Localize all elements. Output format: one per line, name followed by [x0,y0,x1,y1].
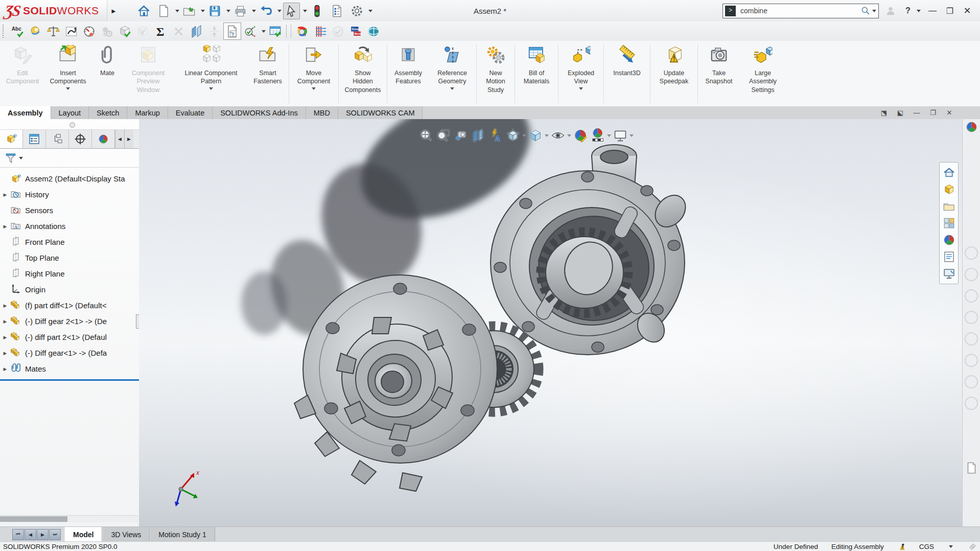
expand-arrow[interactable]: ▶ [0,192,10,197]
task-pane-tab-icon[interactable] [965,332,978,346]
tab-markup[interactable]: Markup [127,106,168,119]
search-dropdown-caret[interactable] [872,10,876,12]
hide-show-items-icon-caret[interactable] [567,134,572,137]
view-orientation-icon-caret[interactable] [522,134,527,137]
task-pane-tab-icon[interactable] [965,397,978,410]
ribbon-linear-component-pattern-caret[interactable] [209,87,213,90]
annotation-view-icon[interactable]: A [487,127,504,144]
expand-arrow[interactable]: ▶ [0,224,10,229]
tree-item-right-plane[interactable]: Right Plane [0,266,139,282]
apply-scene-icon-caret[interactable] [606,134,612,137]
bottom-tab-motion-study-1[interactable]: Motion Study 1 [150,527,215,542]
search-input[interactable] [739,6,860,15]
expand-arrow[interactable]: ▶ [0,303,10,308]
3d-model[interactable] [139,119,980,526]
tab-assembly[interactable]: Assembly [0,106,51,119]
select-icon[interactable] [283,3,300,19]
view-orientation-icon[interactable] [504,127,522,144]
panel-horizontal-scrollbar[interactable] [0,515,138,522]
filter-dropdown-caret[interactable] [19,157,23,159]
ribbon-linear-component-pattern[interactable]: Linear Component Pattern [175,41,247,106]
tree-item-sensors[interactable]: Sensors [0,202,139,218]
featuremanager-tab[interactable] [0,130,23,148]
ribbon-mate[interactable]: Mate [93,41,122,106]
ribbon-large-assembly-settings[interactable]: Large Assembly Settings [739,41,786,106]
prev-tab-icon[interactable]: ◀ [25,529,36,540]
tree-item-top-plane[interactable]: Top Plane [0,250,139,266]
tab-evaluate[interactable]: Evaluate [168,106,213,119]
print-icon-caret[interactable] [252,10,256,12]
performance-gauge-icon[interactable] [80,22,98,40]
rollback-bar[interactable] [0,379,139,381]
tree-item-annotations[interactable]: ▶AAnnotations [0,218,139,234]
tab-solidworks-cam[interactable]: SOLIDWORKS CAM [338,106,423,119]
appearances-globe-icon[interactable] [941,232,957,248]
undo-icon-caret[interactable] [277,10,282,12]
new-document-icon-caret[interactable] [175,10,179,12]
expand-arrow[interactable]: ▶ [0,335,10,340]
save-icon-caret[interactable] [226,10,230,12]
dropdown-caret[interactable] [259,30,266,33]
tag-icon[interactable] [968,542,977,551]
toolbar-grip[interactable] [3,25,6,38]
ribbon-reference-geometry[interactable]: Reference Geometry [429,41,476,106]
minimize-doc-icon[interactable]: — [908,109,925,117]
expand-arrow[interactable]: ▶ [0,319,10,324]
search-box[interactable]: > [722,4,879,18]
spellcheck-icon[interactable]: Abc [9,22,27,40]
verify-box-icon[interactable] [116,22,134,40]
section-view-icon[interactable] [470,127,487,144]
select-icon-caret[interactable] [303,10,307,12]
resources-home-icon[interactable] [941,164,957,181]
tab-solidworks-add-ins[interactable]: SOLIDWORKS Add-Ins [213,106,306,119]
tab-layout[interactable]: Layout [51,106,89,119]
edrawings-sphere-icon[interactable] [365,22,383,40]
ribbon-insert-components[interactable]: Insert Components [43,41,93,106]
logo-flyout-arrow[interactable]: ▶ [111,8,115,14]
ribbon-update-speedpak[interactable]: !Update Speedpak [651,41,697,106]
filter-icon[interactable] [4,151,17,165]
interference-lights-icon[interactable] [309,3,325,19]
units-selector[interactable]: CGS [919,543,934,550]
ribbon-instant3d[interactable]: Instant3D [604,41,649,106]
flow-sim-icon[interactable] [311,22,329,40]
close-doc-icon[interactable]: ✕ [941,109,958,117]
bottom-tab-3d-views[interactable]: 3D Views [102,527,150,542]
display-style-icon-caret[interactable] [544,134,549,137]
appearance-target-icon[interactable] [27,22,44,40]
driveworks-icon[interactable]: DriveWorks [347,22,365,40]
tree-item-diff-part-2-1-defaul[interactable]: ▶(-) diff part 2<1> (Defaul [0,329,139,345]
ribbon-move-component[interactable]: Move Component [290,41,338,106]
task-pane-tab-icon[interactable] [965,375,978,388]
close-icon[interactable]: ✕ [959,3,976,18]
tree-item-diff-gear-1-defa[interactable]: ▶(-) Diff gear<1> -> (Defa [0,345,139,361]
file-properties-icon[interactable] [329,3,345,19]
bottom-tab-model[interactable]: Model [64,527,102,542]
new-document-icon[interactable] [155,3,172,19]
graphics-viewport[interactable]: A x [139,119,980,526]
help-button[interactable]: ? [899,3,917,18]
configurationmanager-tab[interactable] [46,130,69,148]
document-small-icon[interactable] [963,460,979,476]
displaymanager-tab[interactable] [92,130,115,148]
zoom-area-icon[interactable] [435,127,452,144]
render-preview-icon[interactable] [293,22,311,40]
restore-icon[interactable]: ❐ [941,3,959,18]
tree-root[interactable]: Assem2 (Default<Display Sta [0,171,139,187]
first-tab-icon[interactable]: ⏮ [12,529,24,540]
path-analysis-icon[interactable] [62,22,80,40]
previous-view-icon[interactable] [452,127,470,144]
open-icon-caret[interactable] [201,10,205,12]
save-icon[interactable] [206,3,223,19]
search-launcher-icon[interactable]: > [725,6,736,16]
task-pane-tab-icon[interactable] [965,354,978,367]
ribbon-bill-of-materials[interactable]: Bill of Materials [516,41,557,106]
home-icon[interactable] [135,3,152,19]
expand-arrow[interactable]: ▶ [0,351,10,356]
ribbon-exploded-view[interactable]: Exploded View [559,41,603,106]
document-question-icon[interactable]: ? [223,22,241,40]
ribbon-exploded-view-caret[interactable] [579,87,583,90]
help-dropdown-caret[interactable] [917,10,921,12]
restore-doc-icon[interactable]: ❐ [925,109,941,117]
ribbon-insert-components-caret[interactable] [66,87,70,90]
